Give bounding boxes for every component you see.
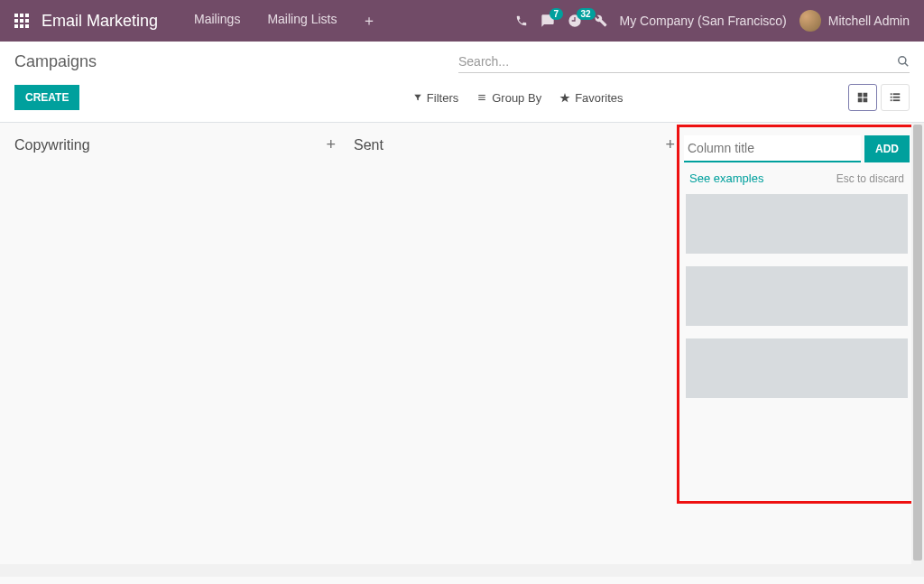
- search-input[interactable]: [458, 54, 897, 69]
- list-icon: [889, 91, 901, 104]
- company-selector[interactable]: My Company (San Francisco): [620, 14, 787, 28]
- column-title[interactable]: Sent: [354, 137, 383, 153]
- svg-rect-8: [891, 97, 892, 98]
- user-menu[interactable]: Mitchell Admin: [799, 10, 910, 32]
- svg-rect-2: [858, 93, 863, 97]
- column-title[interactable]: Copywriting: [14, 137, 90, 153]
- kanban-board: Copywriting + Sent + ADD See examples Es…: [0, 123, 924, 577]
- placeholder-card: [686, 338, 908, 398]
- svg-rect-5: [864, 98, 868, 103]
- groupby-menu[interactable]: Group By: [476, 91, 541, 105]
- messaging-badge: 7: [550, 8, 564, 20]
- kanban-column: Copywriting +: [5, 130, 345, 570]
- kanban-column: Sent +: [345, 130, 684, 570]
- nav-add-icon[interactable]: ＋: [353, 6, 385, 36]
- create-button[interactable]: CREATE: [14, 85, 79, 110]
- svg-rect-7: [893, 93, 901, 95]
- kanban-view-button[interactable]: [848, 84, 877, 111]
- nav-mailing-lists[interactable]: Mailing Lists: [256, 6, 347, 36]
- esc-hint: Esc to discard: [836, 172, 904, 185]
- apps-icon[interactable]: [14, 14, 29, 28]
- favorites-menu[interactable]: Favorites: [559, 91, 623, 105]
- search-wrap: [458, 51, 910, 73]
- svg-rect-3: [864, 93, 868, 97]
- avatar: [799, 10, 821, 32]
- funnel-icon: [413, 93, 422, 102]
- breadcrumb: Campaigns: [14, 52, 97, 71]
- new-column-form: ADD See examples Esc to discard: [684, 130, 910, 570]
- control-panel: Campaigns CREATE Filters Group By Favori…: [0, 42, 924, 123]
- svg-rect-11: [893, 99, 901, 101]
- app-title[interactable]: Email Marketing: [42, 12, 158, 31]
- user-name: Mitchell Admin: [828, 14, 910, 28]
- svg-rect-4: [858, 98, 863, 103]
- filters-menu[interactable]: Filters: [413, 91, 458, 105]
- debug-icon[interactable]: [595, 14, 607, 27]
- placeholder-card: [686, 194, 908, 254]
- vertical-scrollbar[interactable]: [911, 123, 924, 577]
- svg-point-0: [899, 57, 906, 64]
- svg-line-1: [905, 63, 909, 67]
- nav-mailings[interactable]: Mailings: [183, 6, 251, 36]
- search-icon[interactable]: [897, 55, 910, 68]
- list-view-button[interactable]: [881, 84, 910, 111]
- horizontal-scrollbar[interactable]: [0, 564, 911, 577]
- activity-icon[interactable]: 32: [568, 14, 582, 28]
- messaging-icon[interactable]: 7: [541, 14, 555, 28]
- column-add-icon[interactable]: +: [665, 135, 675, 154]
- placeholder-cards: [684, 194, 910, 398]
- add-column-button[interactable]: ADD: [864, 135, 910, 162]
- activity-badge: 32: [577, 8, 596, 20]
- column-title-input[interactable]: [684, 135, 861, 162]
- svg-rect-10: [891, 99, 892, 101]
- kanban-icon: [856, 91, 869, 104]
- placeholder-card: [686, 266, 908, 326]
- svg-rect-9: [893, 97, 901, 98]
- see-examples-link[interactable]: See examples: [689, 171, 763, 185]
- phone-icon[interactable]: [515, 14, 528, 27]
- column-add-icon[interactable]: +: [326, 135, 336, 154]
- svg-rect-6: [891, 93, 892, 95]
- star-icon: [559, 92, 570, 103]
- top-navbar: Email Marketing Mailings Mailing Lists ＋…: [0, 0, 924, 42]
- list-icon: [476, 93, 487, 102]
